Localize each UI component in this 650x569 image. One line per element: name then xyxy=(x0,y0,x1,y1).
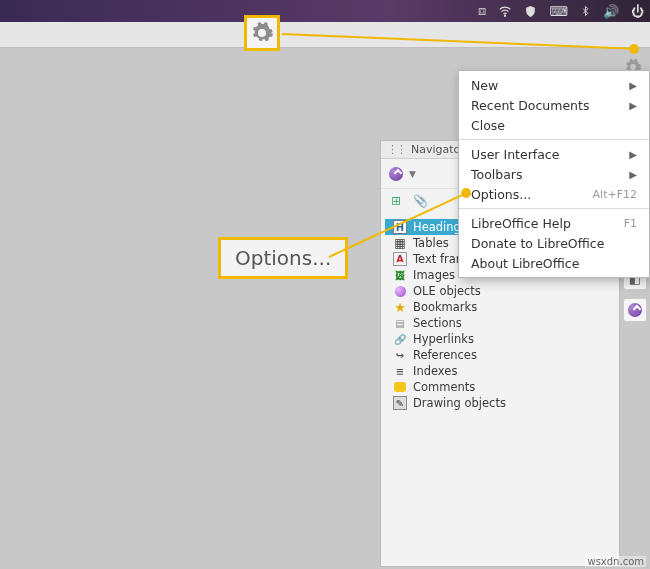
gear-menu: New▶Recent Documents▶CloseUser Interface… xyxy=(458,70,650,278)
clip-icon[interactable]: 📎 xyxy=(413,194,428,208)
menu-item-label: LibreOffice Help xyxy=(471,216,571,231)
nav-item-comment[interactable]: Comments xyxy=(385,379,615,395)
nav-item-label: Indexes xyxy=(413,364,457,378)
nav-item-index[interactable]: ≡Indexes xyxy=(385,363,615,379)
dropbox-icon[interactable]: ⧈ xyxy=(478,3,486,19)
menu-separator xyxy=(459,208,649,209)
menu-item-label: New xyxy=(471,78,498,93)
menu-item-user-interface[interactable]: User Interface▶ xyxy=(459,144,649,164)
menu-item-close[interactable]: Close xyxy=(459,115,649,135)
chevron-right-icon: ▶ xyxy=(629,100,637,111)
nav-item-label: Drawing objects xyxy=(413,396,506,410)
compass-icon[interactable] xyxy=(389,167,403,181)
nav-item-drawing[interactable]: ✎Drawing objects xyxy=(385,395,615,411)
nav-item-section[interactable]: ▤Sections xyxy=(385,315,615,331)
chevron-right-icon: ▶ xyxy=(629,149,637,160)
menu-separator xyxy=(459,139,649,140)
callout-dot-1 xyxy=(629,44,639,54)
nav-item-label: References xyxy=(413,348,477,362)
system-panel: ⧈ ⌨ 🔊 ⏻ xyxy=(0,0,650,22)
chevron-right-icon: ▶ xyxy=(629,169,637,180)
watermark: wsxdn.com xyxy=(585,556,646,567)
power-icon[interactable]: ⏻ xyxy=(631,4,644,19)
svg-point-0 xyxy=(505,15,506,16)
wifi-icon[interactable] xyxy=(498,4,512,18)
menu-shortcut: F1 xyxy=(624,217,637,230)
menu-item-label: Donate to LibreOffice xyxy=(471,236,604,251)
menu-item-options[interactable]: Options...Alt+F12 xyxy=(459,184,649,204)
sidebar-tool-compass[interactable] xyxy=(623,298,647,322)
nav-item-ole[interactable]: OLE objects xyxy=(385,283,615,299)
menu-item-label: About LibreOffice xyxy=(471,256,579,271)
menu-shortcut: Alt+F12 xyxy=(593,188,637,201)
callout-gear xyxy=(244,15,280,51)
callout-dot-2 xyxy=(461,188,471,198)
keyboard-icon[interactable]: ⌨ xyxy=(549,4,568,19)
menu-item-label: Close xyxy=(471,118,505,133)
nav-item-label: Sections xyxy=(413,316,462,330)
menu-item-libreoffice-help[interactable]: LibreOffice HelpF1 xyxy=(459,213,649,233)
callout-options-label: Options... xyxy=(235,246,331,270)
nav-item-label: Hyperlinks xyxy=(413,332,474,346)
nav-item-bookmark[interactable]: ★Bookmarks xyxy=(385,299,615,315)
nav-item-label: Comments xyxy=(413,380,475,394)
navigator-title: Navigator xyxy=(411,143,465,156)
chevron-right-icon: ▶ xyxy=(629,80,637,91)
nav-item-hyperlink[interactable]: 🔗Hyperlinks xyxy=(385,331,615,347)
nav-item-label: Tables xyxy=(413,236,449,250)
menu-item-toolbars[interactable]: Toolbars▶ xyxy=(459,164,649,184)
menu-item-about-libreoffice[interactable]: About LibreOffice xyxy=(459,253,649,273)
menu-item-label: Options... xyxy=(471,187,531,202)
nav-item-label: Bookmarks xyxy=(413,300,477,314)
menu-item-label: User Interface xyxy=(471,147,559,162)
volume-icon[interactable]: 🔊 xyxy=(603,4,619,19)
menu-item-recent-documents[interactable]: Recent Documents▶ xyxy=(459,95,649,115)
bluetooth-icon[interactable] xyxy=(580,4,591,18)
grid-icon[interactable]: ⊞ xyxy=(391,194,401,208)
grip-icon: ⋮⋮ xyxy=(387,143,405,156)
menu-item-new[interactable]: New▶ xyxy=(459,75,649,95)
nav-item-label: OLE objects xyxy=(413,284,481,298)
shield-icon[interactable] xyxy=(524,5,537,18)
nav-item-label: Images xyxy=(413,268,455,282)
menu-item-donate-to-libreoffice[interactable]: Donate to LibreOffice xyxy=(459,233,649,253)
chevron-down-icon[interactable]: ▼ xyxy=(409,169,416,179)
menu-item-label: Recent Documents xyxy=(471,98,589,113)
nav-item-reference[interactable]: ↪References xyxy=(385,347,615,363)
menu-item-label: Toolbars xyxy=(471,167,523,182)
